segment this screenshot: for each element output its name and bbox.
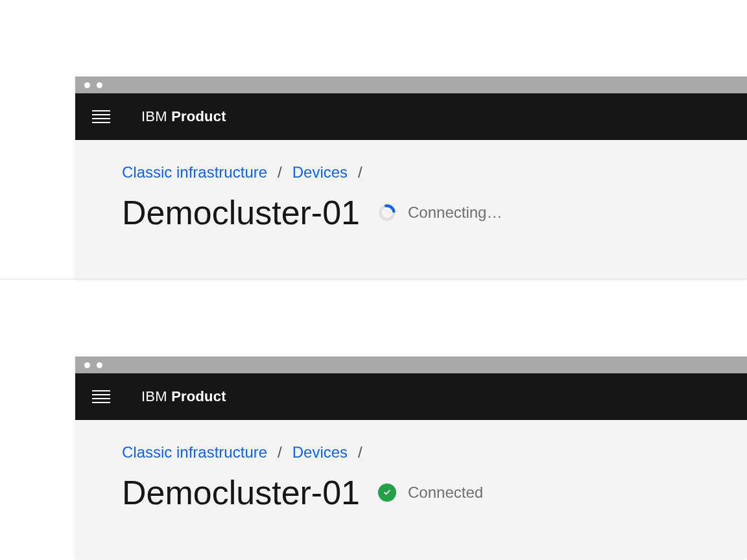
menu-icon[interactable]: [92, 388, 110, 406]
window-connecting: IBM Product Classic infrastructure / Dev…: [75, 76, 747, 279]
page-content: Classic infrastructure / Devices / Democ…: [75, 140, 747, 232]
brand-name: Product: [171, 108, 226, 124]
checkmark-icon: [378, 484, 396, 502]
app-header: IBM Product: [75, 93, 747, 140]
brand: IBM Product: [141, 388, 226, 405]
app-header: IBM Product: [75, 373, 747, 420]
brand-prefix: IBM: [141, 108, 167, 124]
breadcrumb-separator: /: [358, 163, 362, 181]
breadcrumb-link-infrastructure[interactable]: Classic infrastructure: [122, 163, 267, 181]
breadcrumb: Classic infrastructure / Devices /: [122, 443, 747, 461]
window-dot: [84, 82, 90, 88]
breadcrumb-separator: /: [278, 443, 282, 461]
brand-name: Product: [171, 388, 226, 404]
status-text: Connected: [408, 484, 483, 502]
page-title: Democluster-01: [122, 193, 360, 232]
status-text: Connecting…: [408, 204, 502, 222]
canvas: IBM Product Classic infrastructure / Dev…: [0, 0, 747, 560]
breadcrumb-link-devices[interactable]: Devices: [292, 443, 348, 461]
page-title: Democluster-01: [122, 473, 360, 512]
breadcrumb-link-infrastructure[interactable]: Classic infrastructure: [122, 443, 267, 461]
breadcrumb-link-devices[interactable]: Devices: [292, 163, 348, 181]
brand: IBM Product: [141, 108, 226, 125]
spinner-icon: [378, 204, 396, 222]
window-dot: [84, 362, 90, 368]
status-indicator: Connecting…: [378, 204, 502, 222]
divider: [0, 279, 747, 279]
page-content: Classic infrastructure / Devices / Democ…: [75, 420, 747, 512]
window-dot: [97, 82, 102, 88]
brand-prefix: IBM: [141, 388, 167, 404]
window-dot: [97, 362, 102, 368]
window-connected: IBM Product Classic infrastructure / Dev…: [75, 356, 747, 559]
breadcrumb-separator: /: [358, 443, 362, 461]
status-indicator: Connected: [378, 484, 483, 502]
window-titlebar: [75, 356, 747, 373]
breadcrumb: Classic infrastructure / Devices /: [122, 163, 747, 181]
title-row: Democluster-01 Connected: [122, 473, 747, 512]
menu-icon[interactable]: [92, 108, 110, 126]
window-titlebar: [75, 76, 747, 93]
breadcrumb-separator: /: [278, 163, 282, 181]
title-row: Democluster-01 Connecting…: [122, 193, 747, 232]
